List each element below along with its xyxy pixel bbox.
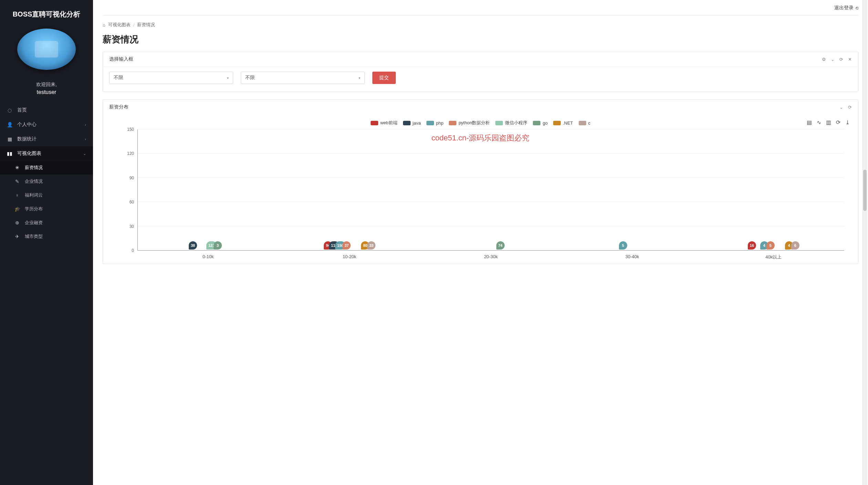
legend-item[interactable]: c xyxy=(579,120,591,126)
feather-icon: ✎ xyxy=(14,179,20,184)
subnav-edu[interactable]: 🎓学历分布 xyxy=(0,202,93,216)
nav-profile[interactable]: 👤个人中心 › xyxy=(0,117,93,132)
refresh-icon[interactable]: ⟳ xyxy=(839,57,843,62)
filter-select-2[interactable]: 不限 ▾ xyxy=(241,72,365,84)
legend-label: c xyxy=(588,120,591,126)
welcome-block: 欢迎回来, testuser xyxy=(0,80,93,103)
chevron-down-icon[interactable]: ⌄ xyxy=(831,57,835,62)
logout-button[interactable]: 退出登录 ⎋ xyxy=(834,5,858,11)
bar-label-bubble: 37 xyxy=(342,241,351,250)
nav-stats[interactable]: ▦数据统计 › xyxy=(0,132,93,146)
globe-icon: ⊕ xyxy=(14,220,20,225)
chart-panel-header: 薪资分布 ⌄ ⟳ xyxy=(103,100,858,114)
legend-swatch xyxy=(553,121,561,125)
filter-panel-title: 选择输入框 xyxy=(109,56,133,62)
y-axis: 0306090120150 xyxy=(120,129,134,251)
breadcrumb-level1[interactable]: 可视化图表 xyxy=(108,22,131,28)
user-icon: 👤 xyxy=(7,122,12,127)
dashboard-icon: ◌ xyxy=(7,107,12,113)
y-tick: 30 xyxy=(130,224,134,229)
download-icon[interactable]: ⤓ xyxy=(845,119,850,126)
subnav-edu-label: 学历分布 xyxy=(25,206,43,212)
close-icon[interactable]: ✕ xyxy=(848,57,852,62)
y-tick: 60 xyxy=(130,200,134,204)
x-tick-label: 0-10k xyxy=(137,252,279,260)
caret-down-icon: ▾ xyxy=(227,76,229,80)
filter-panel-body: 不限 ▾ 不限 ▾ 提交 xyxy=(103,66,858,92)
legend-item[interactable]: python数据分析 xyxy=(449,120,490,126)
bar-label-bubble: 16 xyxy=(748,241,756,250)
subnav-company[interactable]: ✎企业情况 xyxy=(0,175,93,188)
filter-panel-header: 选择输入框 ⚙ ⌄ ⟳ ✕ xyxy=(103,52,858,66)
chart-panel: 薪资分布 ⌄ ⟳ code51.cn-源码乐园盗图必究 ▤ ∿ ▥ ⟳ ⤓ we… xyxy=(103,99,858,264)
legend-swatch xyxy=(403,121,411,125)
chevron-down-icon: ⌄ xyxy=(83,151,86,156)
chevron-right-icon: › xyxy=(85,123,86,127)
legend-label: 微信小程序 xyxy=(505,120,527,126)
subnav-welfare[interactable]: ♀福利词云 xyxy=(0,188,93,202)
scrollbar-track[interactable] xyxy=(862,0,867,485)
data-view-icon[interactable]: ▤ xyxy=(807,119,812,126)
plot-area: 38121394114150378033745164546 xyxy=(137,129,844,251)
subnav-finance[interactable]: ⊕企业融资 xyxy=(0,216,93,230)
y-tick: 120 xyxy=(127,151,134,156)
legend-item[interactable]: 微信小程序 xyxy=(495,120,527,126)
welcome-username: testuser xyxy=(0,89,93,95)
logout-icon: ⎋ xyxy=(856,5,858,11)
nav-viz[interactable]: ▮▮可视化图表 ⌄ xyxy=(0,146,93,161)
scrollbar-thumb[interactable] xyxy=(863,170,867,211)
nav-viz-label: 可视化图表 xyxy=(17,150,41,157)
chart-body: code51.cn-源码乐园盗图必究 ▤ ∿ ▥ ⟳ ⤓ web前端javaph… xyxy=(103,114,858,264)
bar-label-bubble: 5 xyxy=(619,241,627,250)
breadcrumb-separator: / xyxy=(133,22,135,28)
y-tick: 90 xyxy=(130,176,134,180)
nav-viz-submenu: ✳薪资情况 ✎企业情况 ♀福利词云 🎓学历分布 ⊕企业融资 ✈城市类型 xyxy=(0,161,93,243)
nav-profile-label: 个人中心 xyxy=(17,122,37,128)
chevron-down-icon[interactable]: ⌄ xyxy=(839,105,843,110)
legend-item[interactable]: java xyxy=(403,120,421,126)
filter-select-1-value: 不限 xyxy=(114,75,123,81)
legend-swatch xyxy=(495,121,503,125)
nav-home[interactable]: ◌首页 xyxy=(0,103,93,117)
x-tick-label: 30-40k xyxy=(561,252,703,260)
subnav-finance-label: 企业融资 xyxy=(25,220,43,226)
gridline xyxy=(138,129,844,129)
legend-item[interactable]: go xyxy=(533,120,547,126)
logout-label: 退出登录 xyxy=(834,5,854,11)
topbar: 退出登录 ⎋ xyxy=(93,0,868,14)
legend-item[interactable]: web前端 xyxy=(371,120,397,126)
refresh-icon[interactable]: ⟳ xyxy=(848,105,852,110)
legend-label: go xyxy=(542,120,547,126)
legend-swatch xyxy=(371,121,378,125)
panel-tools: ⌄ ⟳ xyxy=(839,105,852,110)
chart-toolbox: ▤ ∿ ▥ ⟳ ⤓ xyxy=(807,119,850,126)
y-tick: 150 xyxy=(127,127,134,132)
x-tick-label: 10-20k xyxy=(279,252,420,260)
line-chart-icon[interactable]: ∿ xyxy=(817,119,821,126)
chart-legend: web前端javaphppython数据分析微信小程序go.NETc xyxy=(110,120,851,126)
restore-icon[interactable]: ⟳ xyxy=(836,119,840,126)
legend-label: php xyxy=(436,120,444,126)
graduation-icon: 🎓 xyxy=(14,206,20,212)
gridline xyxy=(138,226,844,226)
nav-home-label: 首页 xyxy=(17,107,27,113)
legend-swatch xyxy=(449,121,456,125)
main-content: 退出登录 ⎋ ⌂ 可视化图表 / 薪资情况 薪资情况 选择输入框 ⚙ ⌄ ⟳ ✕ xyxy=(93,0,868,485)
filter-select-1[interactable]: 不限 ▾ xyxy=(109,72,233,84)
subnav-city[interactable]: ✈城市类型 xyxy=(0,230,93,243)
panel-tools: ⚙ ⌄ ⟳ ✕ xyxy=(822,57,852,62)
legend-item[interactable]: php xyxy=(426,120,444,126)
gear-icon[interactable]: ⚙ xyxy=(822,57,826,62)
bar-chart-icon[interactable]: ▥ xyxy=(826,119,831,126)
subnav-salary[interactable]: ✳薪资情况 xyxy=(0,161,93,175)
chart-panel-title: 薪资分布 xyxy=(109,104,128,110)
legend-swatch xyxy=(426,121,434,125)
bar-label-bubble: 74 xyxy=(496,241,505,250)
subnav-welfare-label: 福利词云 xyxy=(25,192,43,198)
gridline xyxy=(138,153,844,154)
grid-icon: ▦ xyxy=(7,136,12,142)
subnav-salary-label: 薪资情况 xyxy=(25,165,43,171)
avatar-wrap xyxy=(0,25,93,80)
legend-item[interactable]: .NET xyxy=(553,120,573,126)
submit-button[interactable]: 提交 xyxy=(372,72,396,84)
